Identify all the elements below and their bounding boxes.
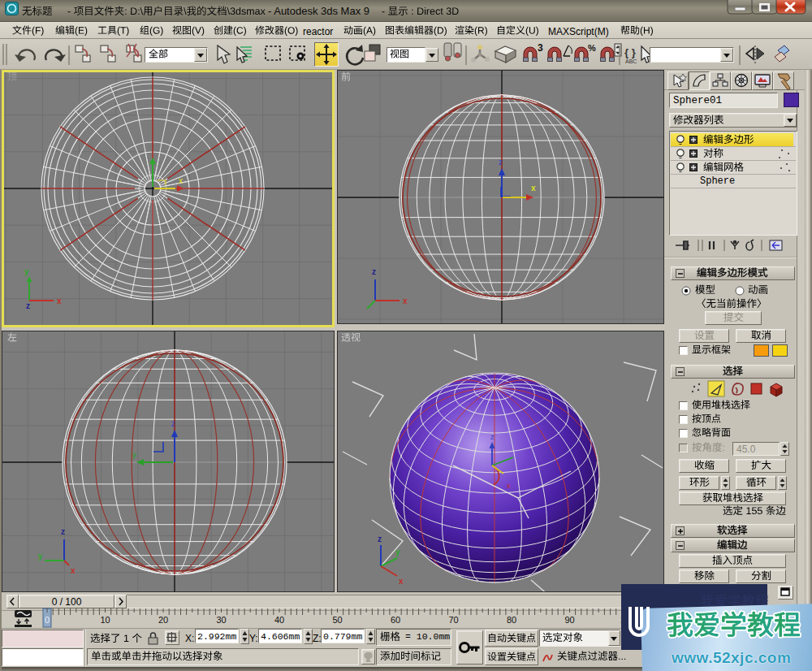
svg-text:x: x	[399, 577, 404, 586]
svg-text:z: z	[378, 535, 382, 543]
svg-text:z: z	[171, 419, 175, 428]
svg-text:{ }: { }	[624, 46, 636, 58]
svg-text:x: x	[531, 184, 536, 193]
svg-text:20: 20	[158, 615, 168, 625]
svg-text:60: 60	[391, 615, 400, 625]
svg-text:90: 90	[564, 615, 574, 625]
svg-text:z: z	[61, 527, 65, 536]
svg-text:ABC: ABC	[625, 58, 637, 64]
svg-text:z: z	[490, 433, 495, 441]
svg-text:z: z	[372, 267, 376, 276]
svg-text:x: x	[179, 176, 183, 185]
svg-text:30: 30	[216, 615, 226, 625]
svg-text:z: z	[26, 301, 30, 310]
svg-text:70: 70	[448, 615, 458, 625]
svg-text:y: y	[132, 450, 136, 459]
svg-text:10: 10	[100, 615, 110, 625]
svg-text:z: z	[499, 158, 503, 167]
svg-text:50: 50	[332, 615, 342, 625]
svg-text:%: %	[588, 43, 596, 53]
svg-text:80: 80	[507, 615, 516, 625]
svg-text:3: 3	[538, 42, 543, 54]
svg-text:x: x	[507, 482, 511, 490]
svg-text:x: x	[403, 297, 408, 305]
svg-text:40: 40	[274, 615, 284, 625]
svg-text:y: y	[24, 267, 29, 276]
svg-text:0: 0	[45, 615, 50, 625]
svg-text:x: x	[57, 297, 62, 305]
svg-text:y: y	[38, 552, 43, 561]
svg-text:y: y	[395, 548, 400, 556]
svg-text:x: x	[71, 566, 76, 575]
